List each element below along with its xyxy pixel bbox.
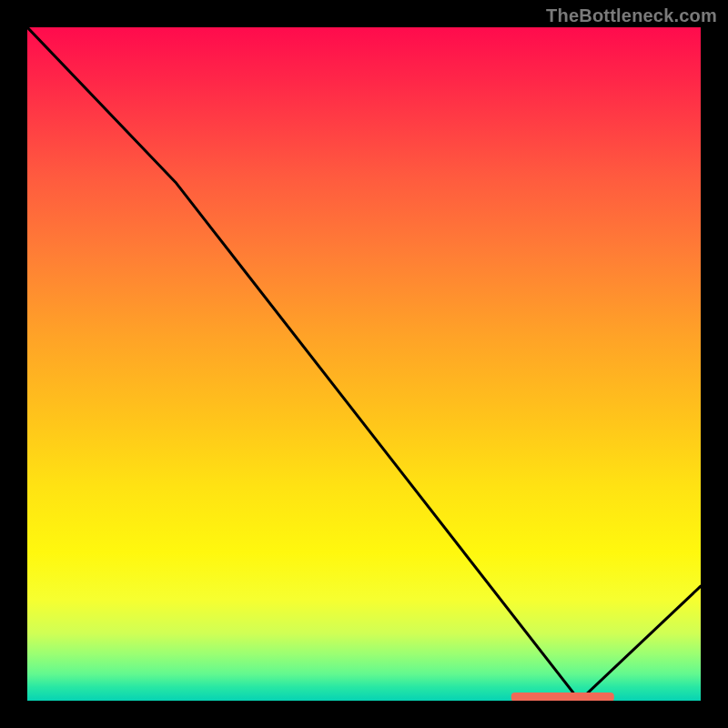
bottleneck-curve <box>27 27 701 701</box>
attribution-label: TheBottleneck.com <box>546 5 717 26</box>
plot-area <box>27 27 701 701</box>
chart-container: TheBottleneck.com <box>0 0 728 728</box>
chart-overlay <box>27 27 701 701</box>
optimum-marker <box>512 693 613 701</box>
